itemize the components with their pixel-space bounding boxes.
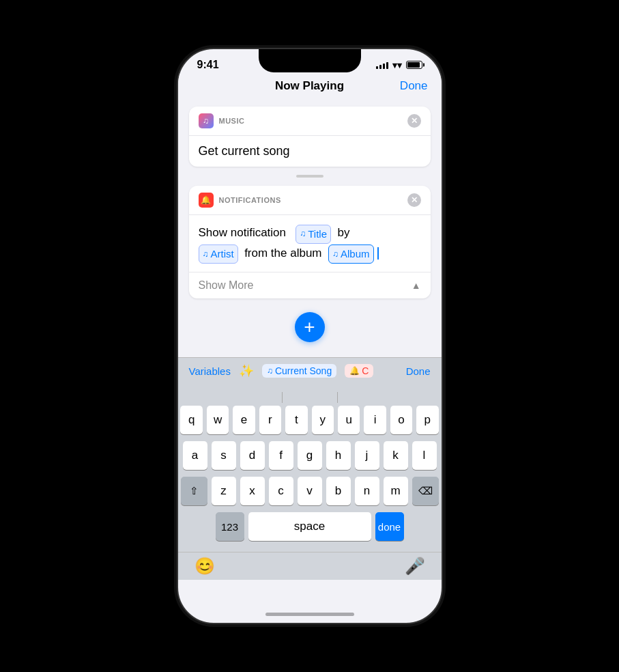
main-content: ♫ MUSIC ✕ Get current song 🔔 NOTI	[178, 98, 442, 357]
key-d[interactable]: d	[240, 441, 265, 470]
key-j[interactable]: j	[355, 441, 379, 470]
notification-card-label: NOTIFICATIONS	[219, 196, 281, 204]
title-token[interactable]: ♫ Title	[296, 225, 331, 244]
chevron-up-icon: ▲	[412, 280, 421, 291]
nav-title: Now Playing	[275, 79, 344, 93]
key-q[interactable]: q	[180, 406, 202, 434]
key-r[interactable]: r	[259, 406, 281, 434]
artist-token-label: Artist	[211, 246, 234, 262]
notch	[259, 49, 361, 72]
album-token-icon: ♫	[332, 248, 339, 261]
keyboard-done-button[interactable]: Done	[406, 365, 431, 377]
keyboard-row-4: 123 space done	[181, 512, 439, 541]
music-card-close-button[interactable]: ✕	[407, 114, 421, 128]
key-b[interactable]: b	[326, 477, 351, 505]
current-song-label: Current Song	[275, 365, 332, 376]
shortcut-label: C	[362, 365, 369, 376]
emoji-icon[interactable]: 😊	[195, 557, 215, 576]
notification-app-icon: 🔔	[199, 193, 214, 208]
key-x[interactable]: x	[240, 477, 265, 505]
add-button-label: +	[304, 316, 315, 338]
notification-card-header: 🔔 NOTIFICATIONS ✕	[189, 186, 431, 215]
key-f[interactable]: f	[269, 441, 293, 470]
key-a[interactable]: a	[183, 441, 207, 470]
keyboard-row-3: ⇧ z x c v b n m ⌫	[181, 477, 439, 505]
microphone-icon[interactable]: 🎤	[405, 557, 425, 576]
key-y[interactable]: y	[312, 406, 334, 434]
title-token-label: Title	[308, 226, 327, 242]
key-u[interactable]: u	[338, 406, 360, 434]
notification-card-close-button[interactable]: ✕	[407, 193, 421, 207]
shortcut-token[interactable]: 🔔 C	[345, 364, 373, 378]
nav-done-button[interactable]: Done	[400, 79, 428, 93]
music-card-header: ♫ MUSIC ✕	[189, 107, 431, 136]
key-k[interactable]: k	[384, 441, 408, 470]
from-album-text: from the album	[244, 247, 321, 260]
key-p[interactable]: p	[416, 406, 438, 434]
magic-wand-icon[interactable]: ✨	[239, 363, 254, 378]
text-cursor	[377, 247, 379, 260]
wifi-icon: ▾▾	[392, 60, 402, 70]
album-token-label: Album	[341, 246, 370, 262]
by-text: by	[337, 226, 349, 239]
key-g[interactable]: g	[298, 441, 322, 470]
keyboard: q w e r t y u i o p a s d f g h j k l ⇧ …	[178, 384, 442, 552]
phone-frame: 9:41 ▾▾ Now Playing Done ♫	[177, 48, 443, 624]
key-i[interactable]: i	[364, 406, 386, 434]
keyboard-toolbar: Variables ✨ ♫ Current Song 🔔 C Done	[178, 357, 442, 384]
key-m[interactable]: m	[384, 477, 408, 505]
keyboard-done-key[interactable]: done	[375, 512, 404, 541]
shift-key[interactable]: ⇧	[181, 477, 207, 505]
music-card: ♫ MUSIC ✕ Get current song	[189, 107, 431, 167]
key-o[interactable]: o	[390, 406, 412, 434]
delete-key[interactable]: ⌫	[412, 477, 439, 505]
key-l[interactable]: l	[412, 441, 437, 470]
music-card-label: MUSIC	[219, 117, 245, 125]
bottom-bar: 😊 🎤	[178, 552, 442, 580]
artist-token-icon: ♫	[203, 248, 209, 261]
show-more-button[interactable]: Show More ▲	[189, 272, 431, 298]
key-v[interactable]: v	[298, 477, 322, 505]
add-button-row: +	[189, 305, 431, 349]
key-c[interactable]: c	[269, 477, 293, 505]
variables-button[interactable]: Variables	[189, 365, 231, 377]
album-token[interactable]: ♫ Album	[328, 244, 374, 264]
keyboard-row-2: a s d f g h j k l	[181, 441, 439, 470]
battery-icon	[406, 61, 422, 69]
key-h[interactable]: h	[326, 441, 351, 470]
status-icons: ▾▾	[376, 60, 422, 70]
keyboard-row-1: q w e r t y u i o p	[181, 406, 439, 434]
numbers-key[interactable]: 123	[216, 512, 244, 541]
status-time: 9:41	[197, 59, 219, 71]
current-song-token[interactable]: ♫ Current Song	[262, 364, 336, 378]
title-token-icon: ♫	[300, 227, 306, 240]
current-song-music-icon: ♫	[267, 366, 273, 376]
music-app-icon: ♫	[199, 113, 214, 128]
music-card-body: Get current song	[189, 136, 431, 167]
key-n[interactable]: n	[355, 477, 379, 505]
home-indicator	[265, 613, 354, 616]
signal-bars-icon	[376, 61, 388, 69]
card-divider	[189, 173, 431, 179]
keyboard-separator	[181, 389, 439, 406]
show-notification-text: Show notification	[199, 226, 287, 239]
key-t[interactable]: t	[285, 406, 307, 434]
notification-card: 🔔 NOTIFICATIONS ✕ Show notification ♫ Ti…	[189, 186, 431, 298]
shortcut-icon: 🔔	[349, 366, 360, 376]
key-z[interactable]: z	[212, 477, 236, 505]
space-key[interactable]: space	[248, 512, 371, 541]
notification-card-body: Show notification ♫ Title by ♫ Artist fr…	[189, 215, 431, 272]
key-w[interactable]: w	[207, 406, 229, 434]
key-e[interactable]: e	[233, 406, 255, 434]
nav-header: Now Playing Done	[178, 74, 442, 98]
show-more-label: Show More	[199, 279, 254, 292]
key-s[interactable]: s	[212, 441, 236, 470]
music-action-text: Get current song	[199, 144, 290, 158]
add-action-button[interactable]: +	[295, 312, 325, 342]
artist-token[interactable]: ♫ Artist	[199, 244, 238, 264]
